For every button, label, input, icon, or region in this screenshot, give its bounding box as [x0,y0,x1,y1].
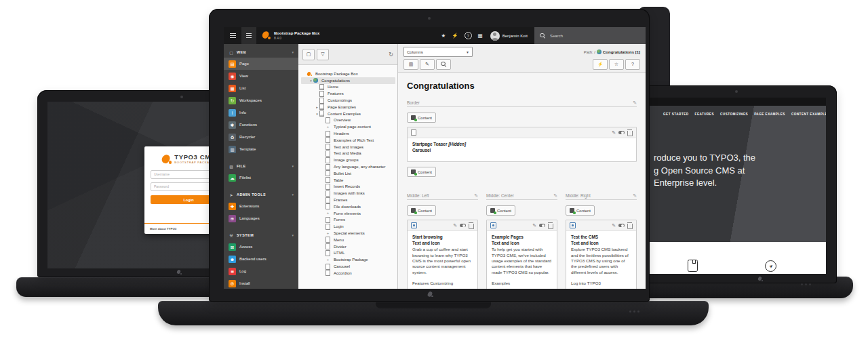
section-file[interactable]: ▨FILE▾ [224,161,298,172]
tree-node-any-language-any-character[interactable]: Any language, any character [301,163,395,170]
content-element-card[interactable]: ✎Startpage Teaser [Hidden]Carousel [407,127,637,162]
tree-node-divider[interactable]: Divider [301,243,395,250]
module-info[interactable]: iInfo [224,106,298,119]
tree-node-bootstrap-package-box[interactable]: Bootstrap Package Box [301,70,395,77]
tree-node-text-and-images[interactable]: Text and Images [301,144,395,150]
add-content-button[interactable]: Content [407,205,436,216]
section-system[interactable]: ⚒SYSTEM▾ [224,230,298,241]
tree-node-insert-records[interactable]: Insert Records [301,184,395,190]
layout-view-button[interactable]: ▥ [403,59,418,70]
expander-icon[interactable]: ▾ [315,112,319,116]
visibility-toggle-icon[interactable] [618,131,625,135]
tree-node-features[interactable]: Features [301,90,395,97]
search-button[interactable] [436,59,451,70]
new-page-icon[interactable]: ▢ [302,49,315,60]
edit-icon[interactable]: ✎ [532,223,536,228]
module-filelist[interactable]: ☁Filelist [224,172,298,184]
help-icon[interactable]: ? [465,32,472,39]
edit-column-icon[interactable]: ✎ [633,100,637,105]
module-page[interactable]: ▤Page [224,58,298,70]
frontend-nav-content-examples[interactable]: CONTENT EXAMPLES [791,113,826,116]
add-content-button[interactable]: Content [407,167,436,177]
module-template[interactable]: ▥Template [224,143,298,155]
more-about-typo3-link[interactable]: More about TYPO3 [150,227,176,230]
frontend-nav-page-examples[interactable]: PAGE EXAMPLES [754,113,785,116]
tree-node-overview[interactable]: Overview [301,117,395,124]
add-content-button[interactable]: Content [566,205,595,216]
content-element-card[interactable]: ✎Start browsingText and IconGrab a cup o… [407,220,478,289]
content-element-card[interactable]: ✎Test the CMSText and IconExplore TYPO3 … [566,220,637,289]
section-web[interactable]: ▢WEB▾ [224,47,298,58]
tree-node-customizings[interactable]: Customizings [301,97,395,104]
module-recycler[interactable]: ♻Recycler [224,131,298,143]
delete-icon[interactable] [548,224,553,229]
section-admin-tools[interactable]: ➤ADMIN TOOLS▾ [224,189,298,200]
content-element-card[interactable]: ✎Example PagesText and IconTo help get y… [486,220,557,289]
tree-node-examples-of-rich-text[interactable]: Examples of Rich Text [301,137,395,144]
bookmark-star-icon[interactable]: ★ [441,33,446,39]
edit-icon[interactable]: ✎ [453,223,457,228]
visibility-toggle-icon[interactable] [618,224,625,228]
tree-node-headers[interactable]: Headers [301,130,395,137]
add-content-button[interactable]: Content [407,113,436,123]
module-languages[interactable]: ⊕Languages [224,212,298,224]
edit-icon[interactable]: ✎ [612,130,616,135]
tree-node-page-examples[interactable]: ▸Page Examples [301,104,395,110]
delete-icon[interactable] [627,131,633,136]
delete-icon[interactable] [627,224,633,229]
grid-icon[interactable]: ▦ [478,33,483,39]
frontend-nav-features[interactable]: FEATURES [695,113,714,116]
module-workspaces[interactable]: ↻Workspaces [224,94,298,106]
module-view[interactable]: ◉View [224,70,298,82]
tree-node-file-downloads[interactable]: File downloads [301,203,395,210]
module-log[interactable]: ≣Log [224,265,298,277]
tree-node-content-examples[interactable]: ▾Content Examples [301,110,395,117]
edit-page-button[interactable]: ✎ [420,59,435,70]
modulemenu-toggle-icon[interactable] [241,27,256,44]
tree-node-form-elements[interactable]: +Form elements [301,210,395,217]
edit-column-icon[interactable]: ✎ [553,193,557,198]
tree-node-image-groups[interactable]: Image groups [301,157,395,163]
frontend-nav-customizings[interactable]: CUSTOMIZINGS [720,113,748,116]
bookmark-star-button[interactable]: ☆ [609,59,624,70]
refresh-icon[interactable]: ↻ [389,52,393,58]
search-input[interactable] [549,33,619,39]
module-access[interactable]: ⊠Access [224,241,298,253]
visibility-toggle-icon[interactable] [539,224,545,228]
module-extensions[interactable]: ✚Extensions [224,200,298,212]
filter-icon[interactable]: ▽ [317,49,329,60]
hamburger-icon[interactable] [230,33,236,38]
module-functions[interactable]: ✱Functions [224,119,298,131]
tree-node-home[interactable]: Home [301,84,395,91]
columns-select[interactable]: Columns ▼ [403,47,473,57]
tree-node-bootstrap-package[interactable]: +Bootstrap Package [301,256,395,263]
tree-node-table[interactable]: Table [301,177,395,184]
user-menu[interactable]: Benjamin Kott [490,31,528,41]
tree-node-typical-page-content[interactable]: +Typical page content [301,123,395,130]
module-install[interactable]: ⚙Install [224,277,298,289]
tree-node-special-elements[interactable]: +Special elements [301,230,395,237]
tree-node-carousel[interactable]: Carousel [301,263,395,270]
tree-node-bullet-list[interactable]: Bullet List [301,170,395,177]
edit-column-icon[interactable]: ✎ [474,193,478,198]
module-backend-users[interactable]: ☻Backend users [224,253,298,265]
tree-node-accordion[interactable]: Accordion [301,270,395,277]
tree-node-forms[interactable]: Forms [301,217,395,224]
tree-node-html[interactable]: HTML [301,250,395,257]
add-content-button[interactable]: Content [486,205,515,216]
frontend-nav-get-started[interactable]: GET STARTED [663,113,689,116]
expander-icon[interactable]: ▾ [309,79,313,83]
edit-column-icon[interactable]: ✎ [633,193,637,198]
lightning-icon[interactable]: ⚡ [452,33,458,39]
help-button[interactable]: ? [625,59,640,70]
expander-icon[interactable]: ▸ [315,105,319,109]
tree-node-frames[interactable]: Frames [301,197,395,203]
tree-node-menu[interactable]: Menu [301,237,395,243]
tree-node-congratulations[interactable]: ▾Congratulations [301,77,395,84]
tree-node-text-and-media[interactable]: Text and Media [301,150,395,157]
edit-icon[interactable]: ✎ [612,223,616,228]
delete-icon[interactable] [469,224,474,229]
tree-node-images-with-links[interactable]: Images with links [301,190,395,197]
tree-node-login[interactable]: Login [301,223,395,230]
lightning-button[interactable]: ⚡ [593,59,608,70]
